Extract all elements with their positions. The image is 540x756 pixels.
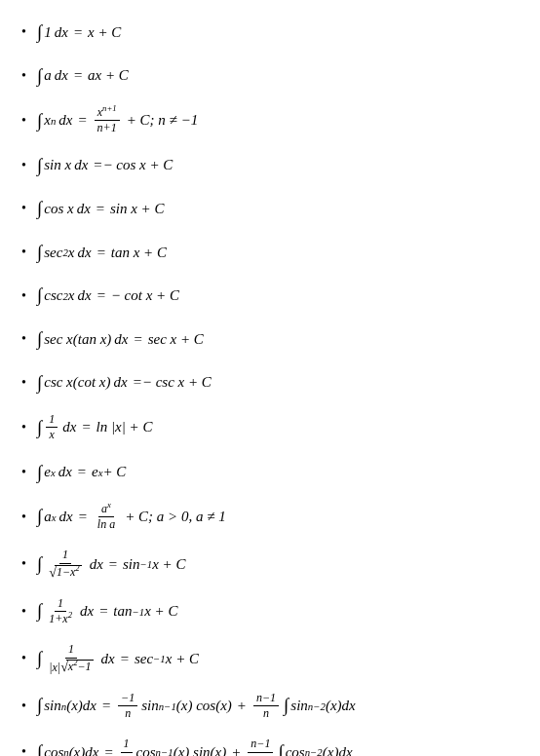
list-item: ∫1dx=x + C <box>16 19 524 46</box>
formula: ∫1dx=x + C <box>37 19 121 46</box>
formula: ∫cos xdx=sin x + C <box>37 196 164 222</box>
list-item: ∫1xdx=ln |x| + C <box>16 413 524 441</box>
formula: ∫11+x2dx=tan−1 x + C <box>37 597 177 625</box>
formula: ∫csc x(cot x)dx=− csc x + C <box>37 370 212 397</box>
list-item: ∫sin xdx=− cos x + C <box>16 153 524 179</box>
list-item: ∫exdx=ex + C <box>16 460 524 486</box>
formula: ∫1xdx=ln |x| + C <box>37 413 152 441</box>
formula: ∫1√1−x2dx=sin−1 x + C <box>37 548 185 580</box>
formula: ∫xndx=xn+1n+1+ C; n ≠ −1 <box>37 106 198 134</box>
list-item: ∫csc x(cot x)dx=− csc x + C <box>16 370 524 397</box>
list-item: ∫axdx=axln a+ C; a > 0, a ≠ 1 <box>16 503 524 531</box>
formula: ∫1|x|√x2−1dx=sec−1 x + C <box>37 643 199 674</box>
formula: ∫adx=ax + C <box>37 63 129 90</box>
formula: ∫sin xdx=− cos x + C <box>37 153 173 179</box>
list-item: ∫sinn(x)dx=−1nsinn−1(x) cos(x)+n−1n∫sinn… <box>16 692 524 720</box>
list-item: ∫csc2 xdx=− cot x + C <box>16 283 524 309</box>
list-item: ∫sec2 xdx=tan x + C <box>16 240 524 266</box>
list-item: ∫xndx=xn+1n+1+ C; n ≠ −1 <box>16 106 524 134</box>
formula: ∫sinn(x)dx=−1nsinn−1(x) cos(x)+n−1n∫sinn… <box>37 692 356 720</box>
list-item: ∫1|x|√x2−1dx=sec−1 x + C <box>16 643 524 674</box>
integral-formula-list: ∫1dx=x + C ∫adx=ax + C ∫xndx=xn+1n+1+ C;… <box>16 19 524 756</box>
formula: ∫sec x(tan x)dx=sec x + C <box>37 326 204 353</box>
list-item: ∫sec x(tan x)dx=sec x + C <box>16 326 524 353</box>
list-item: ∫11+x2dx=tan−1 x + C <box>16 597 524 625</box>
list-item: ∫cos xdx=sin x + C <box>16 196 524 222</box>
list-item: ∫adx=ax + C <box>16 63 524 90</box>
list-item: ∫1√1−x2dx=sin−1 x + C <box>16 548 524 580</box>
formula: ∫axdx=axln a+ C; a > 0, a ≠ 1 <box>37 503 226 531</box>
formula: ∫exdx=ex + C <box>37 460 126 486</box>
formula: ∫csc2 xdx=− cot x + C <box>37 283 179 309</box>
formula: ∫sec2 xdx=tan x + C <box>37 240 167 266</box>
list-item: ∫cosn(x)dx=1ncosn−1(x) sin(x)+n−1n∫cosn−… <box>16 737 524 756</box>
formula: ∫cosn(x)dx=1ncosn−1(x) sin(x)+n−1n∫cosn−… <box>37 737 353 756</box>
